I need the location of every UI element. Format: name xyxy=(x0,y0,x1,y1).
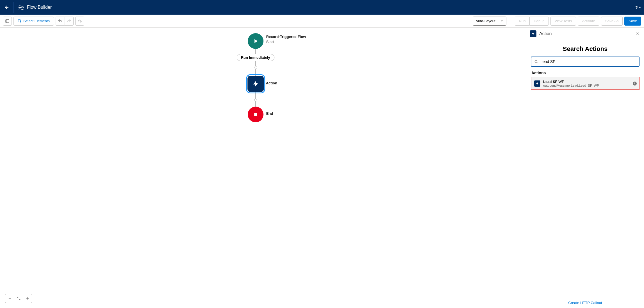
action-result-sub: outboundMessage-Lead.Lead_SF_WP xyxy=(543,84,599,87)
undo-button[interactable] xyxy=(56,17,65,26)
redo-icon xyxy=(67,19,71,23)
panel-left-icon xyxy=(5,19,10,23)
debug-button[interactable]: Debug xyxy=(529,17,549,26)
activate-button[interactable]: Activate xyxy=(578,17,599,26)
chevron-down-icon xyxy=(500,20,503,23)
lightning-icon xyxy=(531,32,535,36)
zoom-fit-button[interactable] xyxy=(14,294,23,303)
undo-icon xyxy=(58,19,62,23)
app-title: Flow Builder xyxy=(27,5,52,10)
add-element-dot[interactable] xyxy=(254,99,257,102)
select-elements-label: Select Elements xyxy=(23,19,50,23)
chevron-down-icon xyxy=(638,6,641,9)
svg-line-11 xyxy=(537,62,538,63)
toggle-panel-button[interactable] xyxy=(3,17,12,26)
fit-icon xyxy=(17,296,21,300)
minus-icon xyxy=(8,296,12,300)
create-http-callout-link[interactable]: Create HTTP Callout xyxy=(568,301,602,305)
svg-rect-4 xyxy=(254,113,257,116)
add-element-dot[interactable] xyxy=(254,66,257,69)
start-node-title: Record-Triggered Flow xyxy=(266,34,306,39)
close-icon xyxy=(636,32,640,36)
action-result-info[interactable]: i xyxy=(633,82,637,86)
search-actions-box[interactable] xyxy=(531,57,640,67)
action-result-icon xyxy=(534,80,540,87)
cursor-box-icon xyxy=(18,19,22,23)
action-result-item[interactable]: Lead SF WP outboundMessage-Lead.Lead_SF_… xyxy=(531,77,640,90)
stop-icon xyxy=(253,112,258,117)
back-button[interactable] xyxy=(3,2,13,13)
flow-builder-icon xyxy=(18,4,24,10)
flow-canvas[interactable]: Record-Triggered Flow Start Run Immediat… xyxy=(0,28,526,308)
search-actions-input[interactable] xyxy=(540,59,636,64)
settings-button[interactable] xyxy=(75,17,84,26)
layout-mode-label: Auto-Layout xyxy=(476,19,495,23)
end-node-title: End xyxy=(266,111,273,116)
save-as-button[interactable]: Save As xyxy=(601,17,623,26)
play-icon xyxy=(252,38,259,44)
gear-icon xyxy=(78,19,82,23)
close-panel-button[interactable] xyxy=(634,31,641,37)
action-node[interactable] xyxy=(247,76,264,92)
start-node-sub: Start xyxy=(266,39,306,44)
search-actions-heading: Search Actions xyxy=(531,45,640,53)
lightning-icon xyxy=(536,82,539,85)
save-button[interactable]: Save xyxy=(624,17,641,26)
path-label[interactable]: Run Immediately xyxy=(237,54,274,61)
arrow-left-icon xyxy=(4,5,9,10)
help-icon: ? xyxy=(635,5,638,10)
svg-rect-1 xyxy=(6,19,9,23)
action-panel: Action Search Actions Actions Lead SF WP xyxy=(526,28,644,308)
redo-button[interactable] xyxy=(65,17,74,26)
view-tests-button[interactable]: View Tests xyxy=(550,17,576,26)
end-node[interactable] xyxy=(248,107,263,122)
action-node-title: Action xyxy=(266,81,277,86)
search-icon xyxy=(534,60,538,64)
actions-section-label: Actions xyxy=(531,71,640,75)
zoom-in-button[interactable] xyxy=(23,294,32,303)
action-panel-icon xyxy=(530,30,536,37)
help-button[interactable]: ? xyxy=(635,5,641,10)
plus-icon xyxy=(26,296,29,300)
action-result-title: Lead SF WP xyxy=(543,80,599,84)
svg-point-10 xyxy=(535,60,537,62)
zoom-out-button[interactable] xyxy=(5,294,14,303)
lightning-icon xyxy=(252,80,259,87)
run-button[interactable]: Run xyxy=(515,17,530,26)
layout-mode-dropdown[interactable]: Auto-Layout xyxy=(473,17,506,26)
start-node[interactable] xyxy=(248,33,263,49)
panel-title: Action xyxy=(539,31,552,36)
select-elements-button[interactable]: Select Elements xyxy=(13,17,54,26)
